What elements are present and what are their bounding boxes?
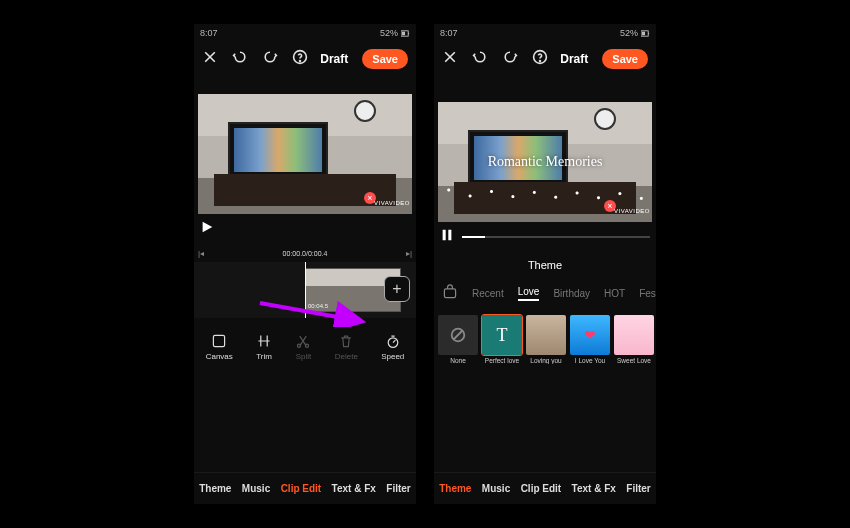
theme-sweet-love[interactable]: Sweet Love (614, 312, 654, 364)
svg-rect-15 (448, 230, 451, 241)
pause-icon[interactable] (440, 228, 454, 246)
time-readout: 00:00.0/0:00.4 (283, 250, 328, 257)
theme-perfect-love[interactable]: T Perfect love (482, 312, 522, 364)
play-controls (194, 214, 416, 244)
theme-thumbnails: None T Perfect love Loving you ❤ I Love … (434, 308, 656, 374)
tab-filter[interactable]: Filter (386, 483, 410, 494)
video-preview[interactable]: × VIVAVIDEO (194, 76, 416, 214)
tab-theme[interactable]: Theme (199, 483, 231, 494)
draft-button[interactable]: Draft (560, 52, 588, 66)
svg-rect-1 (408, 32, 409, 34)
play-controls (434, 222, 656, 252)
svg-rect-5 (214, 336, 225, 347)
status-bar: 8:07 52% (434, 24, 656, 42)
trim-tool[interactable]: Trim (256, 333, 272, 361)
play-icon[interactable] (200, 220, 214, 238)
theme-title-text: Romantic Memories (438, 102, 652, 222)
watermark-text: VIVAVIDEO (614, 208, 650, 214)
tab-filter[interactable]: Filter (626, 483, 650, 494)
close-icon[interactable] (442, 49, 458, 69)
tab-theme[interactable]: Theme (439, 483, 471, 494)
theme-loving-you[interactable]: Loving you (526, 312, 566, 364)
tab-text-fx[interactable]: Text & Fx (332, 483, 376, 494)
tab-music[interactable]: Music (482, 483, 510, 494)
playhead[interactable] (305, 262, 306, 318)
left-screenshot: 8:07 52% Draft Save × VIVAVIDEO (194, 24, 416, 504)
delete-tool: Delete (335, 333, 358, 361)
cat-birthday[interactable]: Birthday (553, 288, 590, 299)
theme-categories[interactable]: Recent Love Birthday HOT Festi (434, 278, 656, 308)
video-preview[interactable]: Romantic Memories × VIVAVIDEO (434, 102, 656, 222)
clip-timestamp: 00:04.5 (308, 303, 328, 309)
tab-text-fx[interactable]: Text & Fx (572, 483, 616, 494)
help-icon[interactable] (292, 49, 308, 69)
theme-store-icon[interactable] (442, 284, 458, 302)
redo-icon[interactable] (262, 49, 278, 69)
cat-hot[interactable]: HOT (604, 288, 625, 299)
bottom-tabs: Theme Music Clip Edit Text & Fx Filter (434, 472, 656, 504)
editor-topbar: Draft Save (434, 42, 656, 76)
svg-point-13 (540, 61, 541, 62)
redo-icon[interactable] (502, 49, 518, 69)
svg-point-6 (298, 345, 301, 348)
canvas-tool[interactable]: Canvas (206, 333, 233, 361)
clip-tools: Canvas Trim Split Delete Speed (194, 324, 416, 370)
tab-clip-edit[interactable]: Clip Edit (521, 483, 562, 494)
tv-decor (228, 122, 328, 178)
bottom-tabs: Theme Music Clip Edit Text & Fx Filter (194, 472, 416, 504)
svg-rect-14 (443, 230, 446, 241)
speed-tool[interactable]: Speed (381, 333, 404, 361)
cat-festival[interactable]: Festi (639, 288, 656, 299)
svg-point-4 (300, 61, 301, 62)
right-screenshot: 8:07 52% Draft Save Romantic Memories × … (434, 24, 656, 504)
svg-rect-16 (444, 289, 455, 298)
undo-icon[interactable] (232, 49, 248, 69)
clock-decor (354, 100, 376, 122)
watermark-text: VIVAVIDEO (374, 200, 410, 206)
tab-music[interactable]: Music (242, 483, 270, 494)
status-bar: 8:07 52% (194, 24, 416, 42)
time-ruler[interactable]: |◂ 00:00.0/0:00.4 ▸| (194, 244, 416, 262)
draft-button[interactable]: Draft (320, 52, 348, 66)
ruler-start-icon[interactable]: |◂ (198, 249, 204, 258)
save-button[interactable]: Save (602, 49, 648, 69)
tab-clip-edit[interactable]: Clip Edit (281, 483, 322, 494)
editor-topbar: Draft Save (194, 42, 416, 76)
close-icon[interactable] (202, 49, 218, 69)
svg-rect-2 (402, 31, 405, 35)
add-clip-button[interactable]: + (384, 276, 410, 302)
svg-point-7 (306, 345, 309, 348)
help-icon[interactable] (532, 49, 548, 69)
timeline[interactable]: 00:04.5 + (194, 262, 416, 318)
ruler-end-icon[interactable]: ▸| (406, 249, 412, 258)
cat-recent[interactable]: Recent (472, 288, 504, 299)
undo-icon[interactable] (472, 49, 488, 69)
progress-bar[interactable] (462, 236, 650, 238)
theme-i-love-you[interactable]: ❤ I Love You (570, 312, 610, 364)
cat-love[interactable]: Love (518, 286, 540, 301)
theme-panel-title: Theme (434, 252, 656, 278)
theme-none[interactable]: None (438, 312, 478, 364)
svg-rect-10 (648, 32, 649, 34)
status-time: 8:07 (200, 28, 218, 38)
status-right: 52% (380, 28, 410, 38)
status-time: 8:07 (440, 28, 458, 38)
split-tool: Split (295, 333, 311, 361)
save-button[interactable]: Save (362, 49, 408, 69)
svg-rect-11 (642, 31, 645, 35)
